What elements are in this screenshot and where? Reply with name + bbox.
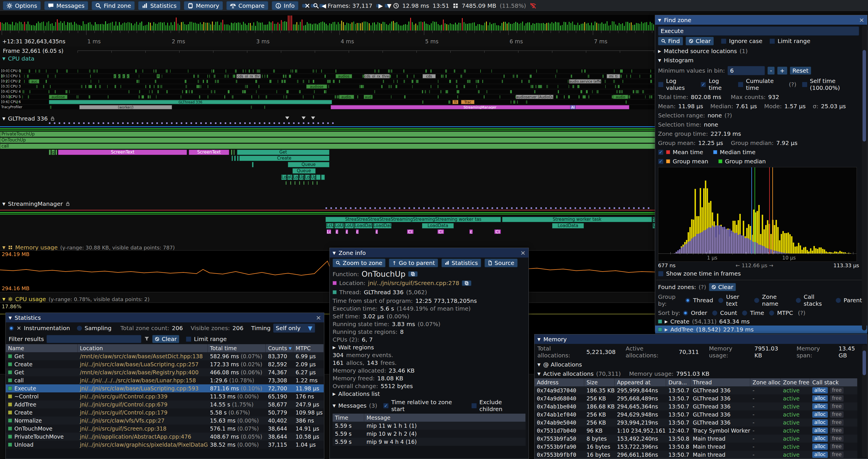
- message-marker[interactable]: [350, 207, 351, 209]
- cpu-zone[interactable]: Ti: [453, 100, 458, 104]
- legend-checkbox[interactable]: [658, 150, 663, 155]
- message-marker[interactable]: [156, 122, 158, 124]
- sort-by-count[interactable]: [712, 310, 717, 316]
- close-icon[interactable]: ×: [521, 250, 526, 256]
- stats-row[interactable]: Get: [6, 368, 78, 376]
- message-marker[interactable]: [215, 122, 217, 124]
- zone-bar[interactable]: c: [336, 229, 338, 234]
- collapsed-zone-marker[interactable]: [285, 117, 289, 120]
- cpu-track[interactable]: GLThread 336TiTrac[0:6] CPU 6: [0, 100, 655, 104]
- cpu-zone[interactable]: audio: [613, 95, 628, 99]
- collapse-arrow-icon[interactable]: ▶: [333, 345, 336, 350]
- message-marker[interactable]: [249, 122, 251, 124]
- self-time-checkbox[interactable]: [802, 82, 807, 87]
- zone-bar[interactable]: LoU: [334, 223, 344, 229]
- zone-bar[interactable]: PrivateTouchUp: [0, 131, 659, 137]
- message-marker[interactable]: [303, 122, 305, 124]
- message-marker[interactable]: [88, 122, 90, 124]
- find-zone-button[interactable]: Find zone: [92, 1, 135, 10]
- find-zone-histogram[interactable]: 1 µs10 µs: [658, 167, 857, 262]
- find-clear-button[interactable]: Clear: [686, 37, 714, 45]
- message-marker[interactable]: [322, 122, 324, 124]
- message-marker[interactable]: [54, 122, 56, 124]
- message-row[interactable]: 5.59 s: [333, 438, 364, 446]
- message-marker[interactable]: [453, 207, 454, 209]
- message-marker[interactable]: [379, 207, 381, 209]
- allocation-row[interactable]: 0x74ab9e5040: [534, 419, 584, 427]
- cpu-zone[interactable]: auc: [29, 79, 39, 84]
- message-marker[interactable]: [330, 207, 332, 209]
- message-marker[interactable]: [98, 122, 99, 124]
- message-marker[interactable]: [326, 207, 327, 209]
- message-marker[interactable]: [283, 122, 285, 124]
- zone-bar[interactable]: ScreenText: [58, 150, 187, 155]
- zone-bar[interactable]: [299, 181, 300, 185]
- allocation-row[interactable]: 0x7553b9fa50: [534, 435, 584, 442]
- sort-by-time[interactable]: [742, 310, 747, 316]
- message-marker[interactable]: [244, 122, 246, 124]
- stats-row[interactable]: call: [6, 376, 78, 384]
- column-header[interactable]: Size: [584, 378, 615, 386]
- find-zone-scrollbar[interactable]: [862, 26, 867, 330]
- message-marker[interactable]: [589, 207, 591, 209]
- collapse-arrow-icon[interactable]: ▼: [333, 403, 336, 408]
- message-marker[interactable]: [365, 207, 366, 209]
- cpu-zone[interactable]: audioserver (AudioOut_D): [516, 95, 554, 99]
- cpu-track[interactable]: aucaudio.service (effect)[0:2] CPU 2: [0, 79, 655, 84]
- message-marker[interactable]: [579, 207, 581, 209]
- zone-bar[interactable]: [312, 181, 313, 185]
- cpu-zone[interactable]: Trac: [461, 100, 474, 104]
- collapse-arrow-icon[interactable]: ▶: [333, 392, 336, 396]
- column-header[interactable]: Zone alloc: [750, 378, 781, 386]
- message-marker[interactable]: [345, 207, 347, 209]
- stats-row[interactable]: ~Control: [6, 392, 78, 400]
- message-marker[interactable]: [618, 207, 620, 209]
- bin-reset-button[interactable]: Reset: [790, 67, 811, 75]
- alloc-callstack-button[interactable]: alloc: [812, 427, 828, 434]
- zone-bar[interactable]: [234, 156, 236, 161]
- instrumentation-radio[interactable]: [9, 326, 14, 331]
- sampling-radio[interactable]: [77, 326, 82, 331]
- sort-by-mtpc[interactable]: [769, 310, 774, 316]
- next-frame-button[interactable]: ▶: [376, 4, 381, 8]
- cpu-zone[interactable]: cds: [423, 74, 436, 78]
- message-marker[interactable]: [288, 122, 290, 124]
- ignore-case-checkbox[interactable]: [721, 38, 726, 44]
- column-header[interactable]: Dura...: [666, 378, 690, 386]
- glthread-header[interactable]: ▼ GLThread 336: [2, 115, 55, 122]
- zone-bar[interactable]: aU: [287, 174, 292, 180]
- cpu-zone[interactable]: audio.: [339, 95, 354, 99]
- message-row[interactable]: 5.59 s: [333, 430, 364, 438]
- message-marker[interactable]: [565, 207, 566, 209]
- zone-bar[interactable]: Get: [237, 150, 330, 155]
- message-marker[interactable]: [264, 122, 266, 124]
- message-marker[interactable]: [132, 122, 133, 124]
- group-by-zone-name[interactable]: [754, 298, 760, 303]
- zone-bar[interactable]: Loi: [293, 174, 299, 180]
- zone-bar[interactable]: c: [345, 229, 348, 234]
- message-marker[interactable]: [312, 122, 314, 124]
- message-marker[interactable]: [599, 207, 600, 209]
- cpu-zone[interactable]: c: [118, 74, 121, 78]
- cpu-zone[interactable]: audiose: [306, 85, 327, 89]
- message-marker[interactable]: [604, 207, 606, 209]
- column-header[interactable]: MTPC: [293, 344, 324, 352]
- zoom-to-zone-button[interactable]: Zoom to zone: [333, 259, 385, 267]
- cpu-data-header[interactable]: ▼ CPU data: [2, 55, 34, 62]
- message-marker[interactable]: [220, 122, 221, 124]
- message-marker[interactable]: [638, 207, 640, 209]
- message-marker[interactable]: [404, 207, 405, 209]
- free-callstack-button[interactable]: free: [830, 403, 844, 409]
- stats-row[interactable]: Create: [6, 360, 78, 368]
- zone-bar[interactable]: Lo: [281, 174, 287, 180]
- column-header[interactable]: Name: [6, 344, 78, 352]
- zone-bar[interactable]: [321, 174, 325, 180]
- stats-row[interactable]: Execute: [6, 384, 78, 392]
- stats-row[interactable]: Normalize: [6, 417, 78, 425]
- message-marker[interactable]: [278, 122, 280, 124]
- cpu-zone[interactable]: audiose: [49, 95, 68, 99]
- cpu-track[interactable]: ccccRcds_ol_rx_thraudioscds_ol_rx_threac…: [0, 74, 655, 78]
- group-by-thread[interactable]: [685, 298, 690, 303]
- zone-bar[interactable]: Ci: [494, 229, 501, 234]
- allocation-row[interactable]: 0x7553b9fbf0: [534, 451, 584, 459]
